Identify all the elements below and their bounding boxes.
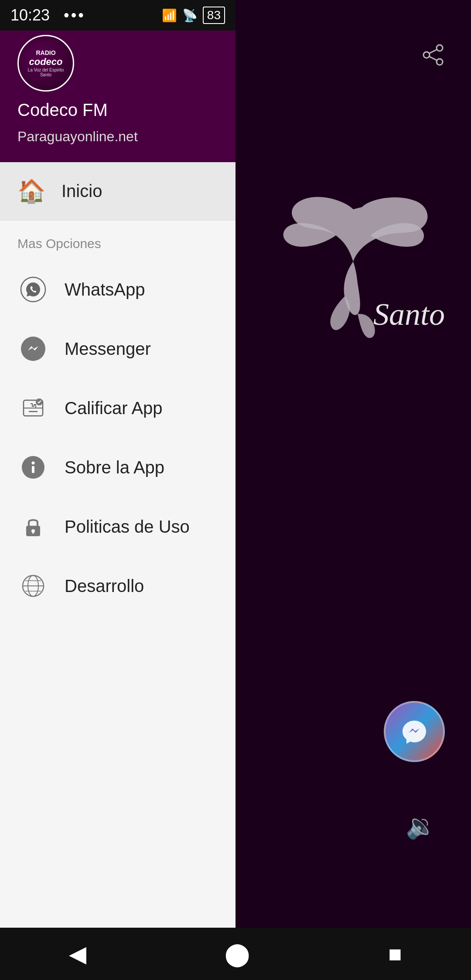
battery-indicator: 83 — [203, 7, 225, 24]
bottom-navigation: ◀ ⬤ ■ — [0, 928, 471, 980]
desarrollo-label: Desarrollo — [65, 576, 144, 596]
politicas-label: Politicas de Uso — [65, 517, 190, 537]
status-icons: 📶 📡 83 — [162, 7, 225, 24]
menu-item-messenger[interactable]: Messenger — [0, 319, 236, 378]
messenger-bubble-right[interactable] — [384, 701, 445, 762]
radio-logo-inner: RADIO codeco La Voz del Espirito Santo — [20, 37, 72, 89]
app-url: Paraguayonline.net — [17, 129, 218, 145]
menu-item-sobre[interactable]: Sobre la App — [0, 438, 236, 497]
svg-point-0 — [437, 45, 443, 51]
menu-item-whatsapp[interactable]: WhatsApp — [0, 260, 236, 319]
svg-rect-15 — [32, 531, 34, 534]
sobre-label: Sobre la App — [65, 458, 164, 477]
svg-point-12 — [32, 462, 35, 465]
menu-item-desarrollo[interactable]: Desarrollo — [0, 556, 236, 616]
menu-item-calificar[interactable]: Calificar App — [0, 378, 236, 438]
inicio-label: Inicio — [61, 181, 102, 201]
menu-item-inicio[interactable]: 🏠 Inicio — [0, 162, 236, 221]
messenger-icon — [17, 333, 49, 364]
drawer-spacer — [0, 616, 236, 980]
share-icon[interactable] — [422, 44, 445, 71]
calificar-label: Calificar App — [65, 398, 163, 418]
messenger-label: Messenger — [65, 339, 151, 359]
recents-button[interactable]: ■ — [371, 934, 419, 974]
svg-line-3 — [430, 50, 437, 53]
info-icon — [17, 452, 49, 483]
status-time: 10:23 — [10, 6, 50, 24]
svg-point-1 — [423, 52, 430, 58]
calificar-icon — [17, 392, 49, 424]
radio-logo: RADIO codeco La Voz del Espirito Santo — [17, 35, 74, 92]
globe-icon — [17, 570, 49, 602]
status-bar: 10:23 ••• 📶 📡 83 — [0, 0, 236, 31]
navigation-drawer: RADIO codeco La Voz del Espirito Santo C… — [0, 0, 236, 980]
back-button[interactable]: ◀ — [51, 934, 104, 974]
svg-rect-11 — [32, 466, 34, 473]
whatsapp-icon — [17, 274, 49, 305]
lock-icon — [17, 511, 49, 542]
santo-text: Santo — [373, 296, 445, 333]
dove-image — [236, 131, 471, 436]
app-name: Codeco FM — [17, 100, 218, 120]
status-dots: ••• — [64, 6, 85, 24]
home-icon: 🏠 — [17, 178, 46, 204]
menu-item-politicas[interactable]: Politicas de Uso — [0, 497, 236, 556]
volume-icon[interactable]: 🔉 — [406, 812, 436, 840]
svg-line-4 — [430, 57, 437, 60]
whatsapp-label: WhatsApp — [65, 280, 145, 299]
svg-point-2 — [437, 59, 443, 65]
signal-icon: 📶 — [162, 8, 177, 23]
wifi-icon: 📡 — [182, 8, 198, 23]
home-button[interactable]: ⬤ — [207, 934, 267, 974]
mas-opciones-section-label: Mas Opciones — [0, 221, 236, 260]
